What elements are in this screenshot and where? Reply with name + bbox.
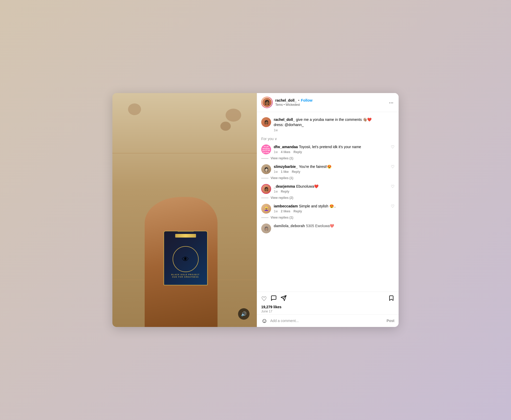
reply-button[interactable]: Reply bbox=[292, 170, 300, 174]
commenter-username[interactable]: slimzybarbie_ bbox=[274, 165, 298, 169]
reply-button[interactable]: Reply bbox=[293, 150, 302, 154]
comment-item: no ph because you'll fall in love dfw_am… bbox=[257, 142, 399, 162]
dot-separator: • bbox=[298, 98, 299, 102]
commenter-avatar[interactable]: 👱🏽‍♀️ bbox=[261, 204, 271, 214]
commenter-username[interactable]: _dearjemma bbox=[274, 184, 295, 188]
commenter-username[interactable]: iambeccadam bbox=[274, 204, 298, 208]
perfume-bottle: 👁 BLACK GOLD PROJECT OUD FOR GREATNESS bbox=[163, 231, 208, 285]
follow-button[interactable]: Follow bbox=[301, 98, 312, 102]
comment-body-text: Toyosii, let's pretend idk it's your nam… bbox=[299, 145, 361, 149]
comment-actions: 1w 4 likes Reply bbox=[274, 150, 388, 154]
comment-time: 1w bbox=[274, 190, 278, 193]
like-comment-button[interactable]: ♡ bbox=[391, 145, 394, 149]
comment-time: 1w bbox=[274, 209, 278, 213]
post-actions: ♡ bbox=[257, 292, 399, 305]
comment-actions: 1w Reply bbox=[274, 190, 388, 193]
comment-button[interactable] bbox=[271, 295, 277, 303]
bottle-text-top: BLACK GOLD PROJECT bbox=[171, 274, 200, 275]
reply-button[interactable]: Reply bbox=[281, 190, 289, 193]
comment-body-text: 5305 Ewoluwa❤️ bbox=[306, 224, 334, 228]
comment-text: dfw_amandaa Toyosii, let's pretend idk i… bbox=[274, 145, 388, 149]
for-you-label[interactable]: For you ∨ bbox=[261, 137, 394, 141]
bottle-cap bbox=[178, 231, 193, 232]
poster-avatar[interactable]: 👩🏾 bbox=[261, 97, 273, 108]
emoji-button[interactable]: ☺ bbox=[261, 317, 268, 324]
replies-line bbox=[261, 218, 269, 218]
commenter-username[interactable]: dfw_amandaa bbox=[274, 145, 298, 149]
comment-input[interactable] bbox=[270, 319, 384, 323]
like-comment-button[interactable]: ♡ bbox=[391, 164, 394, 169]
comment-body-text: Simple and stylish 😍.. bbox=[299, 204, 336, 208]
comment-row: 👩🏾 damilola_deborah 5305 Ewoluwa❤️ bbox=[261, 224, 394, 233]
bottle-eye-icon: 👁 bbox=[182, 255, 189, 264]
share-button[interactable] bbox=[280, 295, 287, 303]
comment-likes[interactable]: 2 likes bbox=[281, 209, 290, 213]
comment-likes[interactable]: 4 likes bbox=[281, 150, 290, 154]
commenter-avatar[interactable]: no ph because you'll fall in love bbox=[261, 145, 271, 154]
post-header: 👩🏾 rachel_doll_ • Follow Tems • Wickedes… bbox=[257, 93, 399, 112]
commenter-avatar[interactable]: 👩🏾 bbox=[261, 224, 271, 233]
comments-list: 👩🏾 rachel_doll_ give me a yoruba name in… bbox=[257, 112, 399, 292]
view-replies-text: View replies (2) bbox=[271, 196, 293, 200]
caption-time: 1w bbox=[274, 128, 278, 132]
for-you-section: For you ∨ bbox=[257, 134, 399, 142]
view-replies[interactable]: View replies (1) bbox=[261, 176, 394, 180]
save-post-button[interactable] bbox=[388, 295, 394, 303]
commenter-avatar[interactable]: 👩🏻 bbox=[261, 164, 271, 174]
commenter-username[interactable]: damilola_deborah bbox=[274, 224, 305, 228]
replies-line bbox=[261, 158, 269, 159]
like-post-button[interactable]: ♡ bbox=[261, 295, 267, 303]
post-stats: 19,279 likes June 17 bbox=[257, 305, 399, 314]
comment-item: 👱🏽‍♀️ iambeccadam Simple and stylish 😍..… bbox=[257, 202, 399, 221]
comments-panel: 👩🏾 rachel_doll_ • Follow Tems • Wickedes… bbox=[257, 93, 399, 327]
poster-avatar-image: 👩🏾 bbox=[262, 97, 272, 108]
like-comment-button[interactable]: ♡ bbox=[391, 184, 394, 189]
view-replies[interactable]: View replies (1) bbox=[261, 216, 394, 219]
reply-button[interactable]: Reply bbox=[293, 209, 302, 213]
post-date: June 17 bbox=[261, 310, 394, 313]
caption-comment: 👩🏾 rachel_doll_ give me a yoruba name in… bbox=[257, 115, 399, 134]
song-info: Tems • Wickedest bbox=[275, 103, 388, 107]
commenter-avatar[interactable]: 👩🏾 bbox=[261, 184, 271, 194]
replies-line bbox=[261, 198, 269, 198]
more-options-button[interactable]: ··· bbox=[388, 99, 394, 107]
bottle-ring bbox=[175, 234, 196, 238]
comment-text: iambeccadam Simple and stylish 😍.. bbox=[274, 204, 388, 208]
caption-main-text: give me a yoruba name in the comments 👋🏽… bbox=[296, 117, 372, 122]
comment-time: 1w bbox=[274, 150, 278, 154]
view-replies-text: View replies (1) bbox=[271, 176, 293, 180]
comment-text: damilola_deborah 5305 Ewoluwa❤️ bbox=[274, 224, 394, 228]
post-comment-button[interactable]: Post bbox=[387, 319, 394, 323]
caption-text: rachel_doll_ give me a yoruba name in th… bbox=[274, 117, 394, 122]
comment-text: _dearjemma Ebunoluwa❤️ bbox=[274, 184, 388, 189]
media-side: 👁 BLACK GOLD PROJECT OUD FOR GREATNESS 🔊 bbox=[112, 93, 257, 327]
caption-avatar[interactable]: 👩🏾 bbox=[261, 117, 271, 127]
view-replies[interactable]: View replies (2) bbox=[261, 196, 394, 200]
caption-username[interactable]: rachel_doll_ bbox=[274, 117, 295, 122]
mute-button[interactable]: 🔊 bbox=[238, 308, 250, 320]
view-replies[interactable]: View replies (1) bbox=[261, 156, 394, 160]
like-comment-button[interactable]: ♡ bbox=[391, 204, 394, 209]
poster-username[interactable]: rachel_doll_ bbox=[275, 98, 297, 102]
comment-actions: 1w 1 like Reply bbox=[274, 170, 388, 174]
comment-text: slimzybarbie_ You're the fairest!😍 bbox=[274, 164, 388, 169]
comment-row: 👩🏾 _dearjemma Ebunoluwa❤️ 1w Reply ♡ bbox=[261, 184, 394, 194]
comment-content: iambeccadam Simple and stylish 😍.. 1w 2 … bbox=[274, 204, 388, 213]
comment-content: slimzybarbie_ You're the fairest!😍 1w 1 … bbox=[274, 164, 388, 174]
bottle-text-bottom: OUD FOR GREATNESS bbox=[172, 276, 199, 278]
comment-item: 👩🏻 slimzybarbie_ You're the fairest!😍 1w… bbox=[257, 162, 399, 182]
comment-content: dfw_amandaa Toyosii, let's pretend idk i… bbox=[274, 145, 388, 154]
comment-likes[interactable]: 1 like bbox=[281, 170, 289, 174]
comment-content: _dearjemma Ebunoluwa❤️ 1w Reply bbox=[274, 184, 388, 193]
view-replies-text: View replies (1) bbox=[271, 216, 293, 219]
comment-row: 👱🏽‍♀️ iambeccadam Simple and stylish 😍..… bbox=[261, 204, 394, 214]
comment-body-text: You're the fairest!😍 bbox=[299, 165, 331, 169]
bottle-circle: 👁 bbox=[173, 246, 199, 272]
post-container: 👁 BLACK GOLD PROJECT OUD FOR GREATNESS 🔊… bbox=[112, 93, 399, 327]
speaker-icon: 🔊 bbox=[241, 311, 247, 317]
username-follow-row: rachel_doll_ • Follow bbox=[275, 98, 388, 102]
replies-line bbox=[261, 178, 269, 178]
likes-count[interactable]: 19,279 likes bbox=[261, 305, 394, 309]
add-comment-bar: ☺ Post bbox=[257, 314, 399, 327]
comment-row: 👩🏻 slimzybarbie_ You're the fairest!😍 1w… bbox=[261, 164, 394, 174]
